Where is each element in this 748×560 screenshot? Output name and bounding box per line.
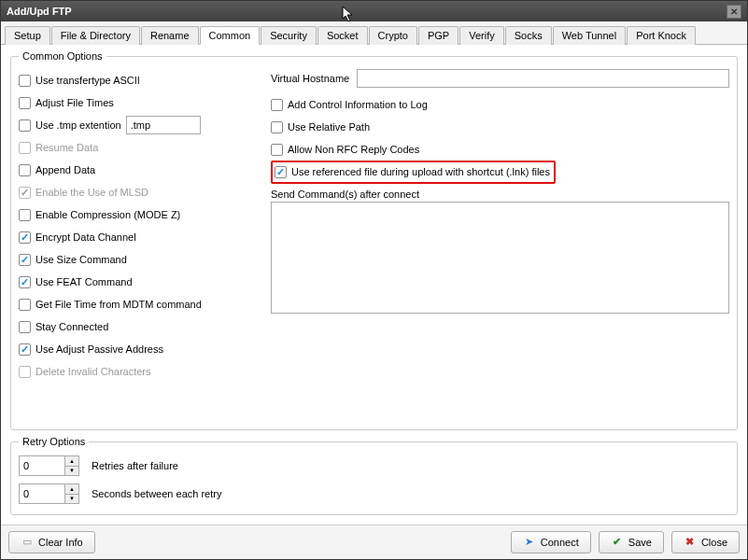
tab-web-tunnel[interactable]: Web Tunnel [553,26,627,45]
use-relative-checkbox[interactable] [271,121,283,133]
tab-crypto[interactable]: Crypto [369,26,417,45]
tab-file-directory[interactable]: File & Directory [51,26,140,45]
tab-port-knock[interactable]: Port Knock [627,26,696,45]
adjust-times-checkbox[interactable] [19,97,31,109]
transfer-ascii-checkbox[interactable] [19,75,31,87]
use-tmp-ext-checkbox[interactable] [19,119,31,132]
retries-input[interactable] [19,455,65,476]
connect-label: Connect [541,537,579,548]
dialog-window: Add/Upd FTP ✕ Setup File & Directory Ren… [0,0,748,560]
seconds-up[interactable]: ▲ [65,484,78,495]
window-title: Add/Upd FTP [7,6,727,17]
append-data-checkbox[interactable] [19,164,31,176]
enable-compression-label: Enable Compression (MODE Z) [35,209,180,220]
get-file-time-mdtm-checkbox[interactable] [19,299,31,311]
retry-options-legend: Retry Options [19,436,89,447]
use-size-label: Use Size Command [35,254,127,265]
enable-mlsd-label: Enable the Use of MLSD [35,187,148,198]
clear-info-label: Clear Info [38,537,83,548]
seconds-input[interactable] [19,483,65,504]
tab-strip: Setup File & Directory Rename Common Sec… [1,21,747,45]
tab-rename[interactable]: Rename [141,26,199,45]
use-referenced-checkbox[interactable] [275,166,287,178]
tab-setup[interactable]: Setup [5,26,50,45]
dialog-footer: ▭Clear Info ➤Connect ✔Save ✖Close [1,525,747,559]
connect-icon: ➤ [523,536,536,549]
add-control-info-checkbox[interactable] [271,99,283,111]
use-passive-label: Use Adjust Passive Address [35,343,163,355]
use-tmp-ext-label: Use .tmp extention [35,119,121,131]
encrypt-data-checkbox[interactable] [19,231,31,244]
delete-invalid-checkbox [19,366,31,378]
content-area: Common Options Use transfertype ASCII Ad… [1,45,747,525]
window-close-button[interactable]: ✕ [727,5,741,19]
seconds-down[interactable]: ▼ [65,495,78,504]
retries-down[interactable]: ▼ [65,467,78,476]
check-icon: ✔ [611,536,624,549]
virtual-hostname-input[interactable] [357,69,729,88]
tab-pgp[interactable]: PGP [418,26,459,45]
transfer-ascii-label: Use transfertype ASCII [35,75,140,86]
tab-security[interactable]: Security [261,26,317,45]
retries-up[interactable]: ▲ [65,456,78,467]
get-file-time-mdtm-label: Get File Time from MDTM command [35,299,202,310]
use-referenced-label: Use referenced file during upload with s… [291,166,550,177]
tab-socket[interactable]: Socket [318,26,368,45]
use-referenced-highlight: Use referenced file during upload with s… [271,161,556,184]
stay-connected-checkbox[interactable] [19,321,31,333]
send-command-label: Send Command(s) after connect [271,189,729,200]
send-command-textarea[interactable] [271,202,729,314]
use-size-checkbox[interactable] [19,254,31,266]
common-options-group: Common Options Use transfertype ASCII Ad… [10,50,738,430]
connect-button[interactable]: ➤Connect [511,531,591,553]
tmp-ext-input[interactable] [126,116,201,134]
clear-info-button[interactable]: ▭Clear Info [8,531,95,553]
enable-compression-checkbox[interactable] [19,209,31,221]
retry-options-group: Retry Options ▲▼ Retries after failure ▲… [10,436,738,515]
encrypt-data-label: Encrypt Data Channel [35,231,136,243]
resume-data-checkbox [19,142,31,154]
enable-mlsd-checkbox [19,187,31,199]
tab-common[interactable]: Common [200,26,261,45]
seconds-label: Seconds between each retry [92,488,221,499]
save-button[interactable]: ✔Save [599,531,664,553]
append-data-label: Append Data [35,164,95,175]
allow-non-rfc-checkbox[interactable] [271,144,283,156]
adjust-times-label: Adjust File Times [35,97,114,108]
delete-invalid-label: Delete Invalid Characters [35,366,151,377]
add-control-info-label: Add Control Information to Log [288,99,428,110]
tab-verify[interactable]: Verify [459,26,504,45]
common-options-legend: Common Options [19,50,106,62]
use-feat-checkbox[interactable] [19,276,31,288]
close-label: Close [701,537,727,548]
save-label: Save [628,537,652,548]
title-bar: Add/Upd FTP ✕ [1,1,747,21]
use-passive-checkbox[interactable] [19,343,31,356]
seconds-spinner[interactable]: ▲▼ [19,483,79,504]
use-relative-label: Use Relative Path [288,121,370,133]
virtual-hostname-label: Virtual Hostname [271,73,349,84]
close-button[interactable]: ✖Close [671,531,740,553]
close-icon: ✖ [684,536,697,549]
clear-icon: ▭ [21,536,34,549]
tab-socks[interactable]: Socks [505,26,552,45]
allow-non-rfc-label: Allow Non RFC Reply Codes [288,144,419,155]
retries-label: Retries after failure [92,460,178,471]
stay-connected-label: Stay Connected [35,321,108,332]
resume-data-label: Resume Data [35,142,98,153]
retries-spinner[interactable]: ▲▼ [19,455,79,476]
use-feat-label: Use FEAT Command [35,276,133,287]
